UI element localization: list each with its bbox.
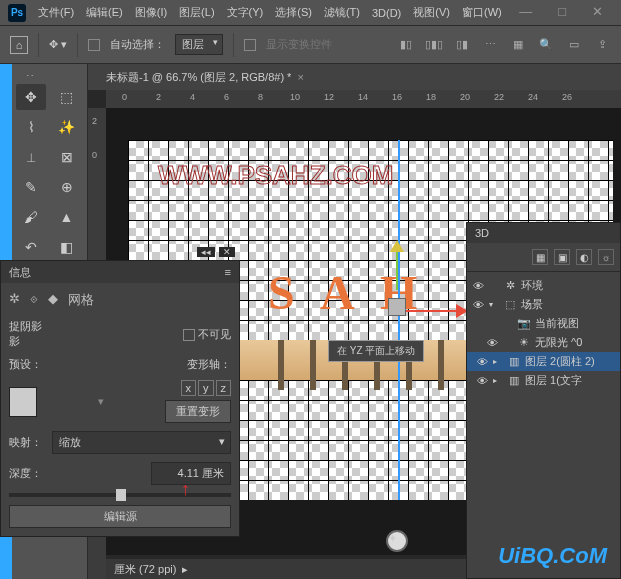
align-left-icon[interactable]: ▮▯: [397, 36, 415, 54]
brush-tool[interactable]: 🖌: [16, 204, 46, 230]
reset-deform-button[interactable]: 重置变形: [165, 400, 231, 423]
cap-icon[interactable]: ◆: [48, 291, 58, 309]
preset-label: 预设：: [9, 357, 42, 372]
3d-scene-tree: 👁✲环境 👁▾⬚场景 📷当前视图 👁☀无限光 ^0 👁▸▥图层 2(圆柱 2) …: [467, 272, 620, 394]
menu-filter[interactable]: 滤镜(T): [324, 5, 360, 20]
marquee-tool[interactable]: ⬚: [52, 84, 82, 110]
twisty-icon[interactable]: ▸: [493, 376, 503, 385]
camera-icon: 📷: [517, 317, 531, 330]
gizmo-y-icon[interactable]: [390, 240, 404, 252]
share-icon[interactable]: ⇪: [593, 36, 611, 54]
minimize-icon[interactable]: —: [519, 4, 532, 19]
tree-row-light[interactable]: 👁☀无限光 ^0: [467, 333, 620, 352]
wand-tool[interactable]: ✨: [52, 114, 82, 140]
heal-tool[interactable]: ⊕: [52, 174, 82, 200]
mesh-icon[interactable]: ✲: [9, 291, 20, 309]
tree-row-layer2[interactable]: 👁▸▥图层 2(圆柱 2): [467, 352, 620, 371]
visibility-icon[interactable]: 👁: [471, 299, 485, 311]
menu-view[interactable]: 视图(V): [413, 5, 450, 20]
lasso-tool[interactable]: ⌇: [16, 114, 46, 140]
maximize-icon[interactable]: □: [558, 4, 566, 19]
menu-type[interactable]: 文字(Y): [227, 5, 264, 20]
eyedropper-tool[interactable]: ✎: [16, 174, 46, 200]
showtransform-checkbox[interactable]: [244, 39, 256, 51]
menu-edit[interactable]: 编辑(E): [86, 5, 123, 20]
menu-3d[interactable]: 3D(D): [372, 7, 401, 19]
annotation-arrow-icon: ↑: [181, 479, 190, 500]
invisible-checkbox[interactable]: [183, 329, 195, 341]
gizmo-center-icon[interactable]: [388, 298, 406, 316]
filter-mesh-icon[interactable]: ▣: [554, 249, 570, 265]
search-icon[interactable]: 🔍: [537, 36, 555, 54]
filter-light-icon[interactable]: ☼: [598, 249, 614, 265]
depth-input[interactable]: 4.11 厘米: [151, 462, 231, 485]
info-tab[interactable]: 信息: [9, 265, 31, 280]
3d-plane-handle[interactable]: ✦: [386, 530, 408, 552]
mesh-icon: ▥: [507, 355, 521, 368]
move-tool[interactable]: ✥: [16, 84, 46, 110]
showtransform-label: 显示变换控件: [266, 37, 332, 52]
menu-bar: Ps 文件(F) 编辑(E) 图像(I) 图层(L) 文字(Y) 选择(S) 滤…: [0, 0, 621, 26]
mesh-icon: ▥: [507, 374, 521, 387]
menu-file[interactable]: 文件(F): [38, 5, 74, 20]
tree-row-view[interactable]: 📷当前视图: [467, 314, 620, 333]
more-icon[interactable]: ⋯: [481, 36, 499, 54]
visibility-icon[interactable]: 👁: [471, 280, 485, 292]
panel-close-icon[interactable]: ✕: [219, 247, 235, 257]
status-units[interactable]: 厘米 (72 ppi): [114, 562, 176, 577]
menu-layer[interactable]: 图层(L): [179, 5, 214, 20]
guide-line[interactable]: [398, 140, 400, 500]
watermark-text: WWW.PSAHZ.COM: [158, 160, 393, 191]
options-bar: ⌂ ✥ ▾ 自动选择： 图层 显示变换控件 ▮▯ ▯▮▯ ▯▮ ⋯ ▦ 🔍 ▭ …: [0, 26, 621, 64]
move-tool-icon[interactable]: ✥ ▾: [49, 38, 67, 51]
info-panel: ◂◂✕ 信息 ≡ ✲ ⟐ ◆ 网格 捉阴影影 不可见 预设： 变形轴： ▾ xy…: [0, 260, 240, 537]
catch-shadow-label: 捉阴影: [9, 319, 42, 334]
tab-close-icon[interactable]: ×: [297, 71, 303, 83]
tree-row-scene[interactable]: 👁▾⬚场景: [467, 295, 620, 314]
3d-panel: 3D ▦ ▣ ◐ ☼ 👁✲环境 👁▾⬚场景 📷当前视图 👁☀无限光 ^0 👁▸▥…: [466, 222, 621, 579]
3d-tab[interactable]: 3D: [467, 223, 620, 243]
toolbox-grip[interactable]: ∙∙: [16, 70, 46, 80]
invisible-label: 不可见: [198, 328, 231, 340]
twisty-icon[interactable]: ▸: [493, 357, 503, 366]
mapping-select[interactable]: 缩放: [52, 431, 231, 454]
tree-row-env[interactable]: 👁✲环境: [467, 276, 620, 295]
home-icon[interactable]: ⌂: [10, 36, 28, 54]
deform-axis-label: 变形轴：: [187, 357, 231, 372]
depth-slider[interactable]: [9, 493, 231, 497]
ruler-horizontal[interactable]: 02468101214161820222426: [106, 90, 621, 108]
edit-source-button[interactable]: 编辑源: [9, 505, 231, 528]
document-tab[interactable]: 未标题-1 @ 66.7% (图层 2, RGB/8#) *×: [98, 66, 312, 89]
visibility-icon[interactable]: 👁: [485, 337, 499, 349]
eraser-tool[interactable]: ◧: [52, 234, 82, 260]
history-tool[interactable]: ↶: [16, 234, 46, 260]
crop-tool[interactable]: ⟂: [16, 144, 46, 170]
frame-tool[interactable]: ⊠: [52, 144, 82, 170]
align-center-icon[interactable]: ▯▮▯: [425, 36, 443, 54]
depth-label: 深度：: [9, 466, 42, 481]
menu-select[interactable]: 选择(S): [275, 5, 312, 20]
scene-icon: ⬚: [503, 298, 517, 311]
filter-all-icon[interactable]: ▦: [532, 249, 548, 265]
twisty-icon[interactable]: ▾: [489, 300, 499, 309]
stamp-tool[interactable]: ▲: [52, 204, 82, 230]
align-right-icon[interactable]: ▯▮: [453, 36, 471, 54]
panel-menu-icon[interactable]: ≡: [225, 266, 231, 278]
mapping-label: 映射：: [9, 435, 42, 450]
panel-collapse-icon[interactable]: ◂◂: [197, 247, 215, 257]
menu-window[interactable]: 窗口(W): [462, 5, 502, 20]
autoselect-dropdown[interactable]: 图层: [175, 34, 223, 55]
preset-thumb[interactable]: [9, 387, 37, 417]
light-icon: ☀: [517, 336, 531, 349]
filter-material-icon[interactable]: ◐: [576, 249, 592, 265]
site-watermark: UiBQ.CoM: [498, 543, 607, 569]
3dmode-icon[interactable]: ▦: [509, 36, 527, 54]
autoselect-checkbox[interactable]: [88, 39, 100, 51]
arrange-icon[interactable]: ▭: [565, 36, 583, 54]
visibility-icon[interactable]: 👁: [475, 356, 489, 368]
visibility-icon[interactable]: 👁: [475, 375, 489, 387]
tree-row-layer1[interactable]: 👁▸▥图层 1(文字: [467, 371, 620, 390]
close-icon[interactable]: ✕: [592, 4, 603, 19]
deform-icon[interactable]: ⟐: [30, 291, 38, 309]
menu-image[interactable]: 图像(I): [135, 5, 167, 20]
